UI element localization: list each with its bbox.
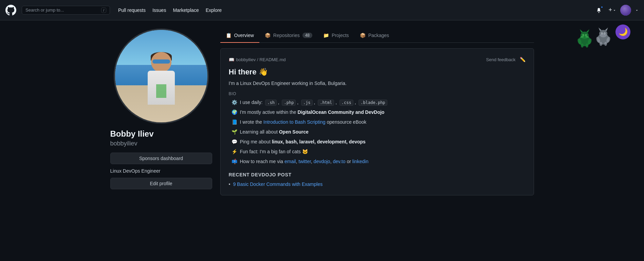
tab-repositories[interactable]: 📦 Repositories 48 <box>259 29 318 43</box>
profile-tabs: 📋 Overview 📦 Repositories 48 📁 Projects … <box>220 29 534 43</box>
svg-point-17 <box>599 30 607 37</box>
tab-projects[interactable]: 📁 Projects <box>318 29 354 43</box>
packages-icon: 📦 <box>360 33 366 38</box>
user-menu-button[interactable] <box>620 5 631 16</box>
create-new-button[interactable]: + <box>608 6 616 14</box>
readme-file-label: 📖 bobbyiliev / README.md <box>229 57 286 62</box>
code-tag-js: .js <box>301 100 313 106</box>
search-bar[interactable]: Search or jump to... / <box>22 6 110 15</box>
notifications-button[interactable] <box>593 5 604 16</box>
linkedin-link[interactable]: linkedin <box>352 159 368 164</box>
mailbox-emoji: 📫 <box>232 158 237 165</box>
tab-repositories-label: Repositories <box>273 33 300 38</box>
email-link[interactable]: email <box>284 159 296 164</box>
nav-marketplace[interactable]: Marketplace <box>173 7 199 13</box>
tab-packages-label: Packages <box>368 33 389 38</box>
lightning-emoji: ⚡ <box>232 148 237 155</box>
list-item: ⚙️ I use daily: .sh , .php , .js , .html… <box>232 99 526 106</box>
svg-point-4 <box>583 34 584 36</box>
repositories-count: 48 <box>302 33 312 38</box>
svg-point-27 <box>604 42 607 46</box>
search-text: Search or jump to... <box>25 7 64 13</box>
nav-links: Pull requests Issues Marketplace Explore <box>118 7 222 13</box>
svg-point-6 <box>583 35 584 35</box>
list-item: ⚡ Fun fact: I'm a big fan of cats 🐱 <box>232 148 526 155</box>
moon-decoration: 🌙 <box>615 24 630 39</box>
send-feedback-button[interactable]: Send feedback <box>486 57 516 62</box>
recent-post-link[interactable]: 9 Basic Docker Commands with Examples <box>233 181 323 187</box>
svg-point-14 <box>581 44 584 48</box>
readme-header: 📖 bobbyiliev / README.md Send feedback ✏… <box>229 57 526 62</box>
top-nav: Search or jump to... / Pull requests Iss… <box>0 0 644 20</box>
bash-scripting-link[interactable]: Introduction to Bash Scripting <box>263 119 326 125</box>
nav-issues[interactable]: Issues <box>152 7 166 13</box>
user-avatar: 👋 <box>114 29 209 124</box>
devdojo-link[interactable]: devdojo <box>314 159 330 164</box>
user-display-name: Bobby Iliev <box>110 129 212 139</box>
svg-line-9 <box>581 37 584 37</box>
main-content: 📋 Overview 📦 Repositories 48 📁 Projects … <box>220 29 534 195</box>
list-item: 📘 I wrote the Introduction to Bash Scrip… <box>232 119 526 126</box>
svg-marker-18 <box>599 28 602 31</box>
svg-point-0 <box>578 35 591 46</box>
svg-point-24 <box>595 36 601 43</box>
devto-link[interactable]: dev.to <box>333 159 345 164</box>
user-handle: bobbyiliev <box>110 140 212 147</box>
readme-title: Hi there 👋 <box>229 68 526 76</box>
svg-marker-3 <box>586 29 589 33</box>
list-item: 🌱 Learning all about Open Source <box>232 128 526 136</box>
tab-overview[interactable]: 📋 Overview <box>220 29 259 43</box>
gear-emoji: ⚙️ <box>232 99 237 106</box>
list-item: 🌍 I'm mostly active within the DigitalOc… <box>232 109 526 116</box>
main-container: 👋 Bobby Iliev bobbyiliev Sponsors dashbo… <box>105 20 539 204</box>
svg-line-10 <box>586 36 589 37</box>
svg-point-12 <box>577 38 582 45</box>
readme-actions: Send feedback ✏️ <box>486 57 526 62</box>
recent-post-item: • 9 Basic Docker Commands with Examples <box>229 181 526 187</box>
svg-point-23 <box>604 33 605 34</box>
svg-point-22 <box>602 33 602 34</box>
readme-subtitle: I'm a Linux DevOps Engineer working in S… <box>229 81 526 86</box>
post-bullet: • <box>229 181 231 187</box>
cat-figure-2 <box>595 26 612 50</box>
tab-overview-label: Overview <box>234 33 254 38</box>
nav-explore[interactable]: Explore <box>206 7 222 13</box>
code-tag-sh: .sh <box>265 100 277 106</box>
book-icon: 📖 <box>229 57 234 62</box>
notification-dot <box>601 6 603 8</box>
wave-emoji: 👋 <box>192 107 205 120</box>
twitter-link[interactable]: twitter <box>298 159 311 164</box>
user-bio: Linux DevOps Engineer <box>110 168 212 174</box>
nav-pull-requests[interactable]: Pull requests <box>118 7 146 13</box>
edit-readme-button[interactable]: ✏️ <box>520 57 526 62</box>
svg-point-13 <box>587 38 592 45</box>
projects-icon: 📁 <box>323 33 329 38</box>
speech-emoji: 💬 <box>232 138 237 145</box>
search-shortcut: / <box>101 7 106 13</box>
code-tag-php: .php <box>282 100 296 106</box>
bio-section-label: BIO <box>229 91 526 96</box>
code-tag-css: .css <box>339 100 353 106</box>
github-logo[interactable] <box>5 5 16 16</box>
tab-packages[interactable]: 📦 Packages <box>354 29 394 43</box>
sponsors-dashboard-button[interactable]: Sponsors dashboard <box>110 153 212 164</box>
svg-marker-2 <box>580 29 583 33</box>
svg-point-1 <box>581 32 589 39</box>
edit-profile-button[interactable]: Edit profile <box>110 178 212 189</box>
svg-point-26 <box>600 42 602 46</box>
cats-decoration: 🌙 <box>576 24 630 52</box>
svg-point-15 <box>586 44 588 48</box>
code-tag-html: .html <box>318 100 334 106</box>
code-tag-blade: .blade.php <box>358 100 387 106</box>
globe-emoji: 🌍 <box>232 109 237 116</box>
svg-marker-19 <box>605 28 608 31</box>
svg-point-7 <box>586 35 586 35</box>
user-sidebar: 👋 Bobby Iliev bobbyiliev Sponsors dashbo… <box>110 29 212 195</box>
svg-line-11 <box>586 37 589 37</box>
book-emoji: 📘 <box>232 119 237 126</box>
svg-point-20 <box>601 33 603 34</box>
readme-bio-list: ⚙️ I use daily: .sh , .php , .js , .html… <box>229 99 526 165</box>
list-item: 📫 How to reach me via email, twitter, de… <box>232 158 526 165</box>
user-menu-chevron <box>635 8 639 12</box>
nav-right: + <box>593 5 639 16</box>
